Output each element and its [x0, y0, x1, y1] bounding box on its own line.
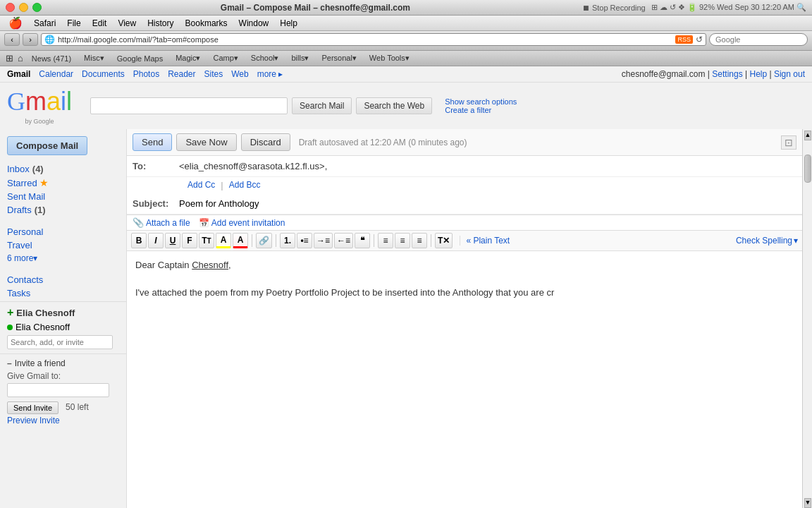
sidebar-item-personal[interactable]: Personal [0, 225, 126, 238]
settings-link[interactable]: Settings [712, 69, 742, 79]
subject-field-row: Subject: [127, 193, 802, 214]
scrollbar-thumb[interactable] [804, 155, 811, 183]
highlight-button[interactable]: A [216, 233, 231, 248]
ordered-list-button[interactable]: 1. [280, 233, 295, 248]
search-mail-button[interactable]: Search Mail [292, 97, 352, 114]
add-chat-button[interactable]: + [7, 306, 13, 319]
menu-bookmarks[interactable]: Bookmarks [180, 17, 233, 30]
forward-button[interactable]: › [23, 33, 38, 46]
chat-search-input[interactable] [7, 335, 113, 349]
font-size-button[interactable]: TT [199, 233, 214, 248]
attach-file-link[interactable]: 📎 Attach a file [133, 217, 190, 228]
nav-more[interactable]: more ▸ [257, 69, 283, 79]
bookmark-googlemaps[interactable]: Google Maps [113, 54, 167, 64]
sidebar-item-starred[interactable]: Starred ★ [0, 176, 126, 190]
menu-history[interactable]: History [142, 17, 179, 30]
close-button[interactable] [6, 3, 15, 12]
gmail-search-input[interactable] [90, 97, 288, 114]
rss-badge[interactable]: RSS [675, 35, 693, 44]
scrollbar-down-arrow[interactable]: ▼ [804, 498, 811, 508]
minimize-button[interactable] [19, 3, 28, 12]
menu-safari[interactable]: Safari [28, 17, 61, 30]
italic-button[interactable]: I [148, 233, 164, 248]
menu-edit[interactable]: Edit [87, 17, 113, 30]
remove-format-button[interactable]: T✕ [435, 233, 453, 248]
invite-email-input[interactable] [7, 383, 109, 397]
plain-text-link[interactable]: « Plain Text [460, 236, 510, 246]
bookmark-school[interactable]: School▾ [247, 53, 283, 64]
bookmark-webtools[interactable]: Web Tools▾ [365, 53, 414, 64]
menu-window[interactable]: Window [233, 17, 275, 30]
sidebar-item-drafts[interactable]: Drafts (1) [0, 203, 126, 217]
bookmark-camp[interactable]: Camp▾ [209, 53, 242, 64]
help-link[interactable]: Help [749, 69, 767, 79]
discard-button[interactable]: Discard [241, 133, 290, 151]
email-body[interactable]: Dear Captain Chesnoff, I've attached the… [127, 251, 802, 508]
quote-button[interactable]: ❝ [355, 233, 370, 248]
menu-file[interactable]: File [61, 17, 86, 30]
scrollbar-up-arrow[interactable]: ▲ [804, 131, 811, 140]
bookmark-magic[interactable]: Magic▾ [171, 53, 204, 64]
underline-button[interactable]: U [165, 233, 180, 248]
nav-reader[interactable]: Reader [168, 69, 195, 79]
browser-search-input[interactable] [709, 33, 808, 46]
bookmark-personal[interactable]: Personal▾ [317, 53, 360, 64]
signout-link[interactable]: Sign out [774, 69, 805, 79]
sidebar-icon[interactable]: ⊞ [6, 53, 13, 64]
menu-view[interactable]: View [112, 17, 142, 30]
nav-photos[interactable]: Photos [133, 69, 159, 79]
to-input[interactable]: <elia_chesnoff@sarasota.k12.fl.us>, [176, 158, 802, 174]
bookmark-bills[interactable]: bills▾ [287, 53, 313, 64]
add-event-link[interactable]: 📅 Add event invitation [199, 218, 285, 228]
maximize-button[interactable] [32, 3, 42, 12]
home-icon[interactable]: ⌂ [18, 53, 23, 64]
nav-sites[interactable]: Sites [204, 69, 223, 79]
bookmark-misc[interactable]: Misc▾ [80, 53, 109, 64]
link-button[interactable]: 🔗 [256, 233, 272, 248]
nav-web[interactable]: Web [231, 69, 248, 79]
send-button[interactable]: Send [133, 133, 172, 151]
menu-help[interactable]: Help [274, 17, 303, 30]
nav-gmail[interactable]: Gmail [7, 69, 30, 79]
align-left-button[interactable]: ≡ [378, 233, 393, 248]
compose-mail-button[interactable]: Compose Mail [7, 136, 87, 155]
subject-input[interactable] [176, 195, 802, 212]
search-web-button[interactable]: Search the Web [356, 97, 432, 114]
sidebar-item-tasks[interactable]: Tasks [0, 286, 126, 300]
bookmark-news[interactable]: News (471) [27, 54, 75, 64]
align-center-button[interactable]: ≡ [395, 233, 410, 248]
subject-label: Subject: [127, 195, 176, 212]
save-now-button[interactable]: Save Now [176, 133, 236, 151]
create-filter-link[interactable]: Create a filter [445, 106, 517, 114]
refresh-button[interactable]: ↺ [696, 35, 703, 44]
outdent-button[interactable]: ←≡ [334, 233, 353, 248]
back-button[interactable]: ‹ [4, 33, 20, 46]
apple-menu[interactable]: 🍎 [3, 16, 28, 30]
check-spelling-button[interactable]: Check Spelling ▾ [736, 236, 798, 246]
send-invite-button[interactable]: Send Invite [7, 401, 59, 414]
sidebar-item-contacts[interactable]: Contacts [0, 273, 126, 286]
show-search-options-link[interactable]: Show search options [445, 97, 517, 106]
gmail-search-bar: Gmail by Google Search Mail Search the W… [0, 83, 812, 129]
font-color-button[interactable]: A [233, 233, 248, 248]
add-bcc-link[interactable]: Add Bcc [229, 180, 261, 190]
font-button[interactable]: F [182, 233, 197, 248]
align-right-button[interactable]: ≡ [412, 233, 427, 248]
address-text: http://mail.google.com/mail/?tab=om#comp… [58, 35, 219, 44]
sidebar-item-inbox[interactable]: Inbox (4) [0, 162, 126, 176]
nav-documents[interactable]: Documents [82, 69, 125, 79]
sidebar-item-sent[interactable]: Sent Mail [0, 190, 126, 203]
bold-button[interactable]: B [131, 233, 147, 248]
indent-button[interactable]: →≡ [314, 233, 333, 248]
address-bar[interactable]: 🌐 http://mail.google.com/mail/?tab=om#co… [41, 33, 706, 46]
sidebar-more-labels[interactable]: 6 more▾ [0, 252, 126, 265]
preview-invite-link[interactable]: Preview Invite [7, 416, 119, 425]
collapse-invite-button[interactable]: – [7, 358, 12, 368]
sidebar-contacts-tasks: Contacts Tasks [0, 272, 126, 301]
scrollbar-track[interactable]: ▲ ▼ [802, 129, 812, 508]
nav-calendar[interactable]: Calendar [39, 69, 73, 79]
expand-compose-button[interactable]: ⊡ [781, 135, 796, 150]
unordered-list-button[interactable]: •≡ [297, 233, 312, 248]
sidebar-item-travel[interactable]: Travel [0, 238, 126, 252]
add-cc-link[interactable]: Add Cc [187, 180, 215, 190]
